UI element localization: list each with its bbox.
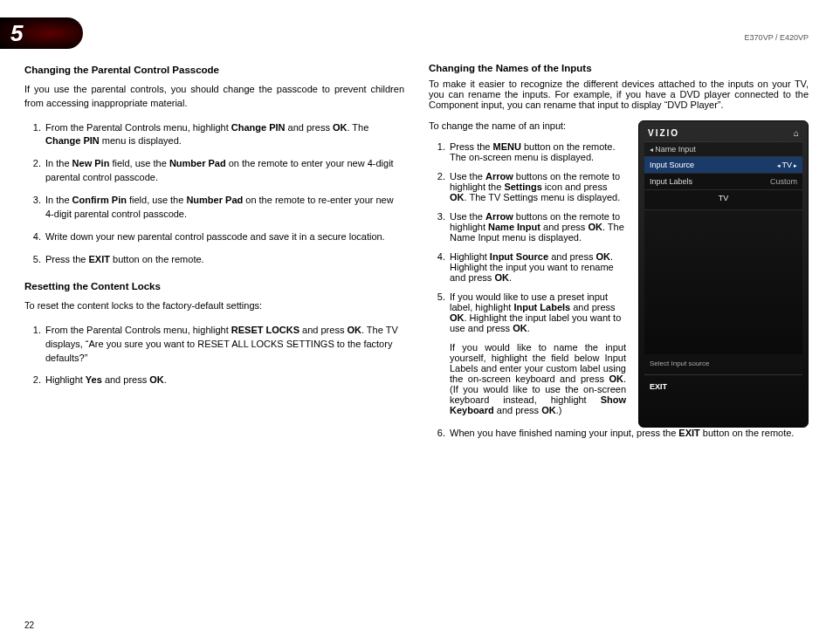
heading-rename-inputs: Changing the Names of the Inputs <box>429 63 809 73</box>
rename-lead: To change the name of an input: <box>429 120 626 131</box>
osd-row-input-source: Input Source TV <box>644 157 802 174</box>
tv-osd-panel: VIZIO ⌂ Name Input Input Source TV Input… <box>638 120 809 428</box>
osd-body-space <box>644 210 802 354</box>
step: From the Parental Controls menu, highlig… <box>44 121 404 149</box>
right-text: To change the name of an input: Press th… <box>429 120 626 428</box>
intro-reset-locks: To reset the content locks to the factor… <box>24 299 404 313</box>
intro-rename-inputs: To make it easier to recognize the diffe… <box>429 79 809 110</box>
chapter-badge: 5 <box>0 17 83 49</box>
page-body: Changing the Parental Control Passcode I… <box>24 63 809 459</box>
step: From the Parental Controls menu, highlig… <box>44 324 404 366</box>
step: Highlight Yes and press OK. <box>44 373 404 387</box>
osd-row-value: TV <box>777 161 797 169</box>
intro-parental: If you use the parental controls, you sh… <box>24 83 404 111</box>
step: If you would like to use a preset input … <box>448 291 626 415</box>
osd-row-label: Input Source <box>650 161 694 169</box>
osd-center-value: TV <box>644 190 802 210</box>
step: In the New Pin field, use the Number Pad… <box>44 157 404 185</box>
step-note: If you would like to name the input your… <box>450 342 626 415</box>
osd-row-input-labels: Input Labels Custom <box>644 174 802 190</box>
step: Use the Arrow buttons on the remote to h… <box>448 211 626 243</box>
osd-header: VIZIO ⌂ <box>644 127 802 142</box>
heading-reset-locks: Resetting the Content Locks <box>24 279 404 294</box>
step: Highlight Input Source and press OK. Hig… <box>448 251 626 283</box>
step: Use the Arrow buttons on the remote to h… <box>448 171 626 202</box>
step: Press the MENU button on the remote. The… <box>448 141 626 162</box>
osd-row-value: Custom <box>770 177 797 186</box>
model-label: E370VP / E420VP <box>745 33 809 42</box>
home-icon: ⌂ <box>794 128 799 138</box>
osd-brand: VIZIO <box>648 128 679 138</box>
osd-row-label: Input Labels <box>650 177 692 186</box>
chapter-number: 5 <box>10 20 23 47</box>
osd-breadcrumb: Name Input <box>644 142 802 157</box>
osd-hint-text: Select Input source <box>644 354 802 369</box>
right-row: To change the name of an input: Press th… <box>429 120 809 428</box>
left-column: Changing the Parental Control Passcode I… <box>24 63 404 459</box>
right-column: Changing the Names of the Inputs To make… <box>429 63 809 459</box>
osd-exit-label: EXIT <box>644 380 802 393</box>
heading-parental-passcode: Changing the Parental Control Passcode <box>24 63 404 78</box>
page-number: 22 <box>24 620 34 630</box>
step: Press the EXIT button on the remote. <box>44 253 404 267</box>
step: When you have finished naming your input… <box>448 428 809 438</box>
steps-rename-cont: When you have finished naming your input… <box>448 428 809 447</box>
step: In the Confirm Pin field, use the Number… <box>44 194 404 222</box>
step: Write down your new parental control pas… <box>44 230 404 244</box>
steps-reset-locks: From the Parental Controls menu, highlig… <box>44 324 404 388</box>
steps-rename: Press the MENU button on the remote. The… <box>448 141 626 415</box>
osd-divider <box>644 374 802 375</box>
steps-parental: From the Parental Controls menu, highlig… <box>44 121 404 268</box>
